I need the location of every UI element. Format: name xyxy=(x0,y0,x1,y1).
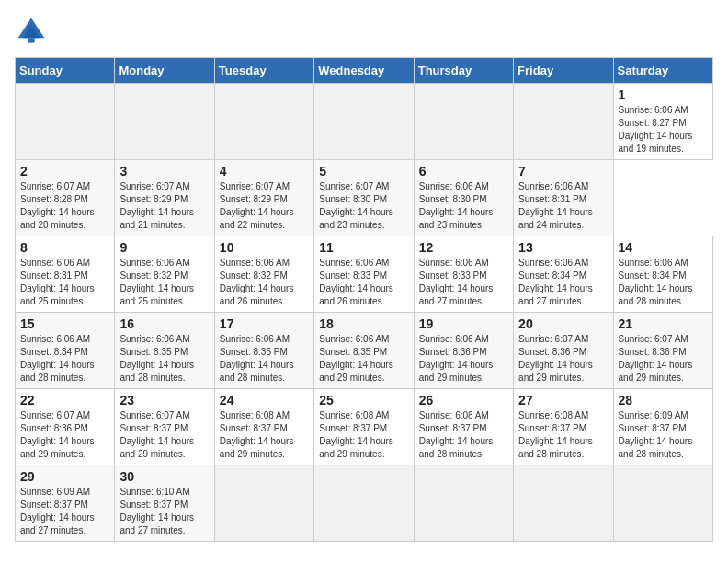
col-header-monday: Monday xyxy=(115,58,214,84)
day-number: 30 xyxy=(119,469,209,484)
col-header-friday: Friday xyxy=(514,58,613,84)
day-info: Sunrise: 6:06 AM Sunset: 8:32 PM Dayligh… xyxy=(119,257,209,308)
day-number: 10 xyxy=(220,240,309,255)
page-header xyxy=(15,15,713,48)
calendar-cell: 19Sunrise: 6:06 AM Sunset: 8:36 PM Dayli… xyxy=(414,313,513,389)
calendar-week-row: 15Sunrise: 6:06 AM Sunset: 8:34 PM Dayli… xyxy=(16,313,713,389)
day-info: Sunrise: 6:06 AM Sunset: 8:35 PM Dayligh… xyxy=(319,333,408,385)
calendar-cell: 18Sunrise: 6:06 AM Sunset: 8:35 PM Dayli… xyxy=(314,313,414,389)
day-number: 15 xyxy=(20,316,109,331)
day-info: Sunrise: 6:10 AM Sunset: 8:37 PM Dayligh… xyxy=(119,486,209,537)
col-header-thursday: Thursday xyxy=(414,58,513,84)
day-info: Sunrise: 6:08 AM Sunset: 8:37 PM Dayligh… xyxy=(419,409,508,461)
day-info: Sunrise: 6:08 AM Sunset: 8:37 PM Dayligh… xyxy=(518,409,608,461)
calendar-cell: 28Sunrise: 6:09 AM Sunset: 8:37 PM Dayli… xyxy=(613,389,712,465)
calendar-cell: 3Sunrise: 6:07 AM Sunset: 8:29 PM Daylig… xyxy=(115,160,214,236)
calendar-cell: 29Sunrise: 6:09 AM Sunset: 8:37 PM Dayli… xyxy=(16,465,115,542)
calendar-cell: 26Sunrise: 6:08 AM Sunset: 8:37 PM Dayli… xyxy=(414,389,513,465)
calendar-cell: 16Sunrise: 6:06 AM Sunset: 8:35 PM Dayli… xyxy=(115,313,214,389)
col-header-tuesday: Tuesday xyxy=(214,58,313,84)
day-info: Sunrise: 6:06 AM Sunset: 8:31 PM Dayligh… xyxy=(518,180,608,232)
calendar-cell xyxy=(514,465,613,542)
day-number: 16 xyxy=(119,316,209,331)
day-info: Sunrise: 6:07 AM Sunset: 8:37 PM Dayligh… xyxy=(119,409,209,461)
calendar-cell: 22Sunrise: 6:07 AM Sunset: 8:36 PM Dayli… xyxy=(16,389,115,465)
calendar-week-row: 1Sunrise: 6:06 AM Sunset: 8:27 PM Daylig… xyxy=(16,84,713,160)
day-info: Sunrise: 6:06 AM Sunset: 8:34 PM Dayligh… xyxy=(20,333,109,385)
calendar-cell: 2Sunrise: 6:07 AM Sunset: 8:28 PM Daylig… xyxy=(16,160,115,236)
calendar-cell: 10Sunrise: 6:06 AM Sunset: 8:32 PM Dayli… xyxy=(214,236,313,313)
day-info: Sunrise: 6:06 AM Sunset: 8:30 PM Dayligh… xyxy=(419,180,508,232)
calendar-cell: 24Sunrise: 6:08 AM Sunset: 8:37 PM Dayli… xyxy=(214,389,313,465)
day-info: Sunrise: 6:06 AM Sunset: 8:34 PM Dayligh… xyxy=(619,257,708,308)
day-number: 29 xyxy=(20,469,109,484)
day-number: 7 xyxy=(518,164,608,178)
calendar-header-row: SundayMondayTuesdayWednesdayThursdayFrid… xyxy=(16,58,713,84)
day-number: 28 xyxy=(619,393,708,408)
calendar-cell xyxy=(314,465,414,542)
day-info: Sunrise: 6:06 AM Sunset: 8:32 PM Dayligh… xyxy=(220,257,309,308)
calendar-cell xyxy=(16,84,115,160)
calendar-cell: 8Sunrise: 6:06 AM Sunset: 8:31 PM Daylig… xyxy=(16,236,115,313)
calendar-cell: 5Sunrise: 6:07 AM Sunset: 8:30 PM Daylig… xyxy=(314,160,414,236)
day-number: 21 xyxy=(619,316,708,331)
day-info: Sunrise: 6:06 AM Sunset: 8:36 PM Dayligh… xyxy=(419,333,508,385)
calendar-cell: 1Sunrise: 6:06 AM Sunset: 8:27 PM Daylig… xyxy=(613,84,712,160)
calendar-week-row: 29Sunrise: 6:09 AM Sunset: 8:37 PM Dayli… xyxy=(16,465,713,542)
calendar-cell: 15Sunrise: 6:06 AM Sunset: 8:34 PM Dayli… xyxy=(16,313,115,389)
day-number: 5 xyxy=(319,164,408,178)
calendar-cell: 6Sunrise: 6:06 AM Sunset: 8:30 PM Daylig… xyxy=(414,160,513,236)
day-number: 1 xyxy=(619,87,708,102)
calendar-cell: 30Sunrise: 6:10 AM Sunset: 8:37 PM Dayli… xyxy=(115,465,214,542)
calendar-cell: 9Sunrise: 6:06 AM Sunset: 8:32 PM Daylig… xyxy=(115,236,214,313)
calendar-cell xyxy=(214,84,313,160)
calendar-table: SundayMondayTuesdayWednesdayThursdayFrid… xyxy=(15,57,713,542)
day-number: 19 xyxy=(419,316,508,331)
calendar-cell xyxy=(514,84,613,160)
day-info: Sunrise: 6:06 AM Sunset: 8:33 PM Dayligh… xyxy=(419,257,508,308)
calendar-cell xyxy=(314,84,414,160)
col-header-wednesday: Wednesday xyxy=(314,58,414,84)
calendar-cell: 21Sunrise: 6:07 AM Sunset: 8:36 PM Dayli… xyxy=(613,313,712,389)
day-number: 3 xyxy=(119,164,209,178)
calendar-cell xyxy=(115,84,214,160)
day-info: Sunrise: 6:07 AM Sunset: 8:30 PM Dayligh… xyxy=(319,180,408,232)
svg-rect-2 xyxy=(28,38,34,42)
day-number: 9 xyxy=(119,240,209,255)
day-number: 2 xyxy=(20,164,109,178)
day-number: 4 xyxy=(220,164,309,178)
day-number: 25 xyxy=(319,393,408,408)
calendar-cell: 27Sunrise: 6:08 AM Sunset: 8:37 PM Dayli… xyxy=(514,389,613,465)
day-number: 6 xyxy=(419,164,508,178)
calendar-cell xyxy=(613,465,712,542)
calendar-cell: 17Sunrise: 6:06 AM Sunset: 8:35 PM Dayli… xyxy=(214,313,313,389)
calendar-week-row: 8Sunrise: 6:06 AM Sunset: 8:31 PM Daylig… xyxy=(16,236,713,313)
day-number: 8 xyxy=(20,240,109,255)
calendar-cell xyxy=(414,84,513,160)
day-number: 20 xyxy=(518,316,608,331)
day-info: Sunrise: 6:07 AM Sunset: 8:36 PM Dayligh… xyxy=(518,333,608,385)
col-header-saturday: Saturday xyxy=(613,58,712,84)
day-info: Sunrise: 6:06 AM Sunset: 8:34 PM Dayligh… xyxy=(518,257,608,308)
calendar-week-row: 22Sunrise: 6:07 AM Sunset: 8:36 PM Dayli… xyxy=(16,389,713,465)
calendar-cell: 13Sunrise: 6:06 AM Sunset: 8:34 PM Dayli… xyxy=(514,236,613,313)
day-info: Sunrise: 6:07 AM Sunset: 8:28 PM Dayligh… xyxy=(20,180,109,232)
day-info: Sunrise: 6:06 AM Sunset: 8:35 PM Dayligh… xyxy=(119,333,209,385)
day-info: Sunrise: 6:06 AM Sunset: 8:35 PM Dayligh… xyxy=(220,333,309,385)
calendar-cell xyxy=(214,465,313,542)
calendar-cell: 23Sunrise: 6:07 AM Sunset: 8:37 PM Dayli… xyxy=(115,389,214,465)
day-number: 11 xyxy=(319,240,408,255)
col-header-sunday: Sunday xyxy=(16,58,115,84)
day-number: 12 xyxy=(419,240,508,255)
day-info: Sunrise: 6:07 AM Sunset: 8:36 PM Dayligh… xyxy=(619,333,708,385)
day-info: Sunrise: 6:07 AM Sunset: 8:36 PM Dayligh… xyxy=(20,409,109,461)
day-number: 22 xyxy=(20,393,109,408)
day-number: 14 xyxy=(619,240,708,255)
calendar-cell: 20Sunrise: 6:07 AM Sunset: 8:36 PM Dayli… xyxy=(514,313,613,389)
calendar-cell: 25Sunrise: 6:08 AM Sunset: 8:37 PM Dayli… xyxy=(314,389,414,465)
day-info: Sunrise: 6:06 AM Sunset: 8:31 PM Dayligh… xyxy=(20,257,109,308)
day-info: Sunrise: 6:06 AM Sunset: 8:33 PM Dayligh… xyxy=(319,257,408,308)
day-info: Sunrise: 6:07 AM Sunset: 8:29 PM Dayligh… xyxy=(220,180,309,232)
calendar-cell: 11Sunrise: 6:06 AM Sunset: 8:33 PM Dayli… xyxy=(314,236,414,313)
calendar-cell xyxy=(414,465,513,542)
